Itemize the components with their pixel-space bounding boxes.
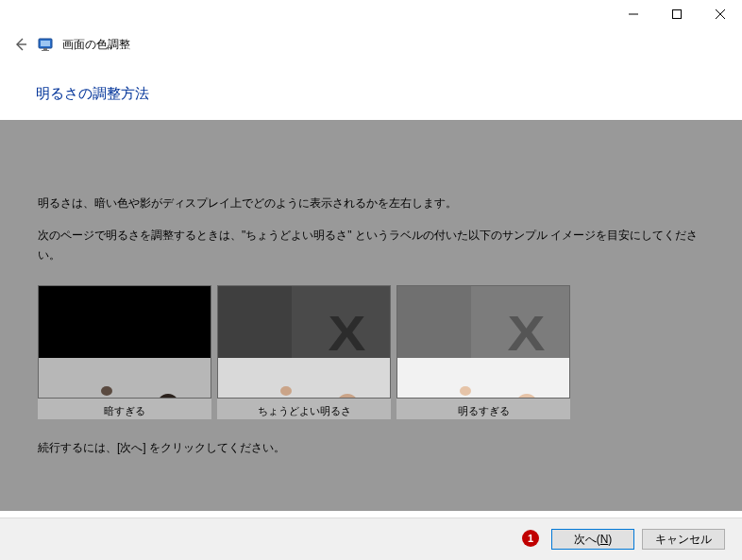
sample-image-bright: X <box>396 285 570 399</box>
next-button[interactable]: 次へ(N) <box>551 529 634 550</box>
sample-caption-good: ちょうどよい明るさ <box>217 399 391 419</box>
minimize-button[interactable] <box>612 0 655 28</box>
app-title: 画面の色調整 <box>62 37 130 53</box>
sample-image-dark <box>38 285 211 399</box>
svg-rect-8 <box>42 50 49 51</box>
annotation-step-1: 1 <box>522 530 539 547</box>
next-button-label-prefix: 次へ( <box>574 533 600 546</box>
header: 画面の色調整 <box>0 28 742 60</box>
app-icon <box>38 37 53 52</box>
next-button-label-suffix: ) <box>608 533 612 546</box>
page-heading: 明るさの調整方法 <box>36 85 742 103</box>
sample-too-bright: X 明るすぎる <box>396 285 570 419</box>
cancel-button[interactable]: キャンセル <box>642 529 725 550</box>
footer: 次へ(N) キャンセル <box>0 518 742 560</box>
paragraph-2: 次のページで明るさを調整するときは、"ちょうどよい明るさ" というラベルの付いた… <box>38 226 704 264</box>
maximize-button[interactable] <box>655 0 699 28</box>
continue-hint: 続行するには、[次へ] をクリックしてください。 <box>38 438 704 457</box>
titlebar <box>0 0 742 28</box>
sample-caption-dark: 暗すぎる <box>38 399 211 419</box>
svg-rect-6 <box>41 41 50 46</box>
paragraph-1: 明るさは、暗い色や影がディスプレイ上でどのように表示されるかを左右します。 <box>38 194 704 212</box>
window-controls <box>612 0 742 28</box>
content-panel: 明るさは、暗い色や影がディスプレイ上でどのように表示されるかを左右します。 次の… <box>0 120 742 511</box>
svg-rect-7 <box>43 48 47 50</box>
sample-image-good: X <box>217 285 391 399</box>
sample-caption-bright: 明るすぎる <box>396 399 570 419</box>
sample-good: X ちょうどよい明るさ <box>217 285 391 419</box>
heading-area: 明るさの調整方法 <box>0 60 742 120</box>
sample-images-row: 暗すぎる X ちょうどよい明るさ <box>38 285 704 419</box>
close-button[interactable] <box>699 0 742 28</box>
svg-rect-1 <box>673 10 682 19</box>
back-arrow-icon[interactable] <box>13 37 28 52</box>
sample-too-dark: 暗すぎる <box>38 285 211 419</box>
cancel-button-label: キャンセル <box>655 533 712 546</box>
